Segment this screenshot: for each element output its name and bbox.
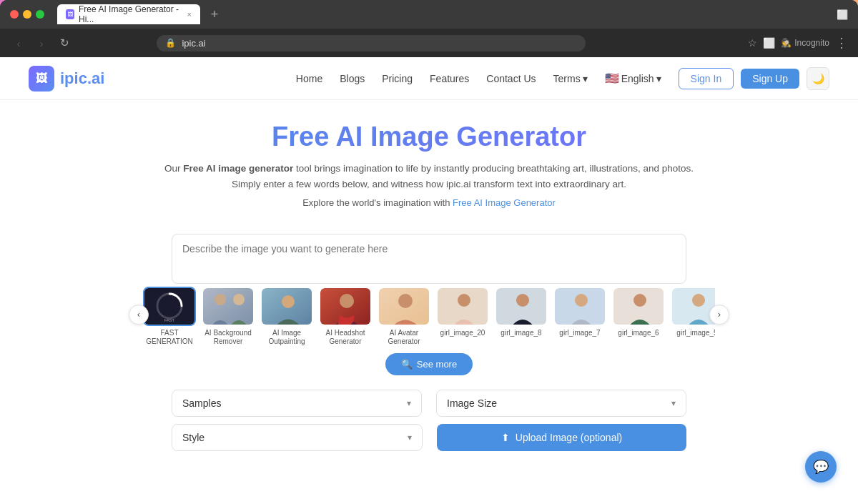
svg-point-13 (458, 294, 470, 307)
card-label: girl_image_8 (500, 329, 541, 337)
hero-link-line: Explore the world's imagination with Fre… (29, 197, 829, 208)
bookmark-icon[interactable]: ☆ (748, 37, 757, 49)
style-dropdown[interactable]: Style ▾ (172, 424, 423, 451)
image-strip-section: ‹ FAST FASTGENERATION (122, 287, 736, 346)
incognito-button[interactable]: 🕵 Incognito (781, 38, 829, 48)
tab-favicon: 🖼 (66, 9, 74, 19)
samples-label: Samples (182, 397, 221, 409)
signin-button[interactable]: Sign In (679, 68, 734, 89)
traffic-lights (10, 10, 44, 19)
svg-point-5 (233, 294, 245, 305)
browser-tab[interactable]: 🖼 Free AI Image Generator - Hi... × (57, 4, 200, 24)
style-chevron-icon: ▾ (408, 433, 412, 443)
list-item[interactable]: girl_image_6 (612, 287, 665, 346)
strip-next-button[interactable]: › (709, 305, 729, 325)
extensions-icon[interactable]: ⬜ (763, 37, 775, 49)
prompt-input[interactable] (172, 234, 686, 284)
list-item[interactable]: girl_image_20 (436, 287, 489, 346)
list-item[interactable]: AI AvatarGenerator (378, 287, 430, 346)
address-bar[interactable]: 🔒 ipic.ai (157, 35, 586, 51)
svg-text:FAST: FAST (164, 318, 175, 322)
svg-point-15 (516, 294, 529, 307)
navbar: 🖼 ipic.ai Home Blogs Pricing Features Co… (0, 57, 858, 100)
tab-bar: 🖼 Free AI Image Generator - Hi... × + (57, 4, 831, 24)
security-icon: 🔒 (165, 38, 176, 48)
list-item[interactable]: AI ImageOutpainting (260, 287, 313, 346)
card-thumbnail (671, 287, 715, 326)
close-window-button[interactable] (10, 10, 19, 19)
svg-point-9 (340, 294, 354, 308)
minimize-window-button[interactable] (23, 10, 31, 19)
see-more-button[interactable]: 🔍 See more (385, 353, 473, 375)
logo-icon: 🖼 (29, 66, 54, 92)
hero-bold-text: Free AI image generator (183, 163, 293, 174)
card-thumbnail (378, 287, 430, 326)
nav-language-dropdown[interactable]: 🇺🇸 English ▾ (605, 71, 661, 85)
nav-contact[interactable]: Contact Us (486, 73, 536, 84)
upload-image-button[interactable]: ⬆ Upload Image (optional) (437, 424, 686, 451)
nav-home[interactable]: Home (296, 73, 322, 84)
forward-button[interactable]: › (33, 34, 50, 51)
upload-icon: ⬆ (501, 432, 510, 443)
samples-dropdown[interactable]: Samples ▾ (172, 390, 422, 417)
card-label: AI BackgroundRemover (204, 329, 252, 346)
new-tab-button[interactable]: + (206, 6, 223, 23)
incognito-label: Incognito (794, 38, 829, 48)
image-size-dropdown[interactable]: Image Size ▾ (436, 390, 686, 417)
page-content: 🖼 ipic.ai Home Blogs Pricing Features Co… (0, 57, 858, 504)
svg-rect-20 (672, 288, 715, 326)
card-thumbnail (436, 287, 489, 326)
chat-icon: 💬 (813, 459, 829, 475)
nav-actions: Sign In Sign Up 🌙 (679, 67, 829, 90)
url-display: ipic.ai (182, 38, 205, 49)
nav-language-label: English (621, 73, 654, 84)
svg-rect-3 (203, 288, 255, 326)
signup-button[interactable]: Sign Up (741, 69, 799, 89)
image-strip: FAST FASTGENERATION (143, 287, 715, 346)
logo[interactable]: 🖼 ipic.ai (29, 66, 104, 92)
list-item[interactable]: AI BackgroundRemover (202, 287, 255, 346)
svg-point-21 (692, 294, 705, 307)
chat-fab-button[interactable]: 💬 (805, 451, 837, 483)
incognito-icon: 🕵 (781, 38, 792, 48)
dark-mode-button[interactable]: 🌙 (807, 67, 829, 90)
svg-point-11 (398, 294, 413, 308)
svg-point-19 (633, 294, 646, 307)
browser-titlebar: 🖼 Free AI Image Generator - Hi... × + ⬜ (0, 0, 858, 29)
upload-label: Upload Image (optional) (516, 432, 622, 443)
image-size-label: Image Size (447, 397, 497, 409)
card-label: girl_image_20 (440, 329, 485, 337)
maximize-window-button[interactable] (36, 10, 44, 19)
moon-icon: 🌙 (812, 73, 824, 84)
list-item[interactable]: AI HeadshotGenerator (319, 287, 372, 346)
browser-window: 🖼 Free AI Image Generator - Hi... × + ⬜ … (0, 0, 858, 57)
reload-button[interactable]: ↻ (56, 34, 73, 51)
card-label: AI ImageOutpainting (268, 329, 305, 346)
svg-point-7 (282, 295, 295, 308)
nav-pricing[interactable]: Pricing (382, 73, 413, 84)
style-label: Style (182, 432, 204, 443)
card-label: FASTGENERATION (146, 329, 192, 346)
svg-point-17 (575, 294, 588, 307)
back-button[interactable]: ‹ (10, 34, 27, 51)
card-thumbnail (495, 287, 548, 326)
list-item[interactable]: girl_image_7 (553, 287, 606, 346)
list-item[interactable]: girl_image_8 (495, 287, 548, 346)
more-options-button[interactable]: ⋮ (835, 35, 848, 51)
nav-blogs[interactable]: Blogs (340, 73, 365, 84)
window-controls: ⬜ (837, 9, 848, 20)
tab-close-button[interactable]: × (187, 10, 192, 19)
card-thumbnail (319, 287, 372, 326)
list-item[interactable]: FAST FASTGENERATION (143, 287, 196, 346)
explore-link[interactable]: Free AI Image Generator (453, 197, 556, 208)
strip-prev-button[interactable]: ‹ (129, 305, 149, 325)
card-label: AI HeadshotGenerator (325, 329, 365, 346)
card-label: girl_image_6 (618, 329, 659, 337)
nav-links: Home Blogs Pricing Features Contact Us T… (296, 71, 661, 85)
explore-text: Explore the world's imagination with (302, 197, 453, 208)
nav-features[interactable]: Features (430, 73, 469, 84)
list-item[interactable]: girl_image_5 (671, 287, 715, 346)
nav-terms-dropdown[interactable]: Terms ▾ (553, 73, 588, 84)
logo-text: ipic.ai (60, 69, 104, 88)
card-thumbnail (202, 287, 255, 326)
